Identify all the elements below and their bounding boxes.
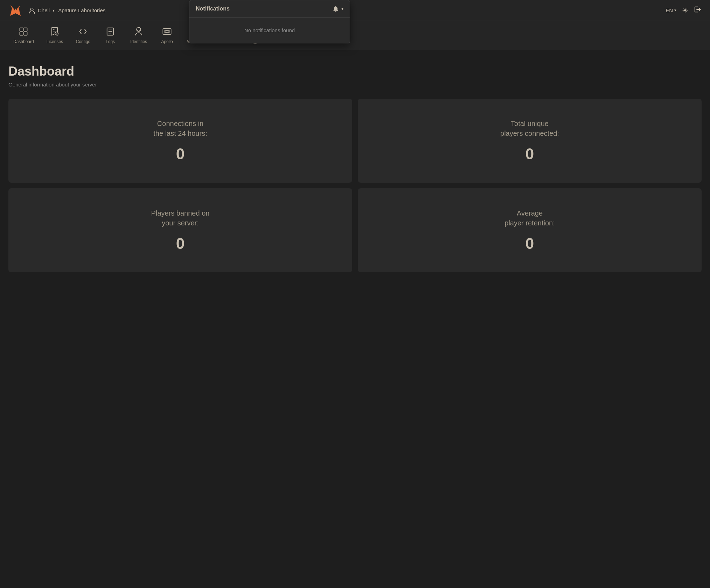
language-selector[interactable]: EN ▾ (666, 7, 676, 13)
banned-players-value: 0 (176, 235, 185, 252)
nav-label-identities: Identities (130, 39, 147, 44)
bell-chevron-icon: ▾ (341, 6, 343, 11)
page-title: Dashboard (8, 64, 702, 79)
nav-label-apollo: Apollo (161, 39, 173, 44)
language-label: EN (666, 7, 673, 13)
svg-point-11 (166, 30, 168, 33)
svg-rect-10 (163, 29, 171, 34)
unique-players-card: Total uniqueplayers connected: 0 (358, 99, 702, 183)
notifications-header: Notifications ▾ (189, 0, 350, 18)
nav-item-logs[interactable]: Logs (98, 24, 123, 47)
svg-rect-6 (20, 32, 23, 35)
unique-players-label: Total uniqueplayers connected: (500, 119, 559, 138)
unique-players-value: 0 (525, 145, 534, 163)
configs-icon (78, 27, 88, 38)
org-label: Apature Laboritories (58, 7, 105, 13)
svg-rect-15 (169, 32, 170, 33)
svg-rect-13 (169, 30, 170, 31)
user-menu[interactable]: Chell (28, 7, 50, 14)
apollo-icon (162, 27, 172, 38)
licenses-icon (50, 27, 60, 38)
dashboard-icon (19, 27, 28, 38)
main-content: Dashboard General information about your… (0, 50, 710, 281)
connections-value: 0 (176, 145, 185, 163)
svg-rect-12 (164, 30, 166, 31)
nav-item-licenses[interactable]: Licenses (42, 24, 68, 47)
sun-icon: ☀ (682, 7, 688, 14)
banned-players-card: Players banned onyour server: 0 (8, 188, 352, 272)
svg-rect-5 (24, 28, 27, 31)
chevron-icon: ▾ (53, 8, 55, 13)
lang-chevron-icon: ▾ (674, 8, 676, 13)
org-menu[interactable]: ▾ Apature Laboritories (53, 7, 105, 13)
nav-item-dashboard[interactable]: Dashboard (8, 24, 39, 47)
page-subtitle: General information about your server (8, 82, 702, 88)
theme-toggle-button[interactable]: ☀ (682, 6, 688, 15)
header: Chell ▾ Apature Laboritories Notificatio… (0, 0, 710, 21)
app-logo[interactable] (8, 4, 22, 18)
nav-item-identities[interactable]: Identities (125, 24, 152, 47)
notifications-dropdown: Notifications ▾ No notifications found (189, 0, 350, 43)
identities-icon (134, 27, 144, 38)
player-retention-label: Averageplayer retention: (504, 208, 555, 228)
svg-rect-7 (24, 32, 27, 35)
nav-label-dashboard: Dashboard (13, 39, 34, 44)
nav-label-licenses: Licenses (47, 39, 63, 44)
svg-marker-0 (10, 7, 21, 16)
notifications-title: Notifications (196, 6, 230, 12)
player-retention-value: 0 (525, 235, 534, 252)
dashboard-cards: Connections inthe last 24 hours: 0 Total… (8, 99, 702, 272)
logs-icon (105, 27, 115, 38)
nav-item-configs[interactable]: Configs (71, 24, 95, 47)
nav-bar: Dashboard Licenses Configs (0, 21, 710, 50)
header-controls: EN ▾ ☀ (666, 6, 702, 15)
connections-label: Connections inthe last 24 hours: (153, 119, 207, 138)
svg-rect-4 (20, 28, 23, 31)
notifications-empty-message: No notifications found (189, 18, 350, 43)
connections-card: Connections inthe last 24 hours: 0 (8, 99, 352, 183)
nav-label-configs: Configs (76, 39, 90, 44)
user-label: Chell (38, 7, 50, 13)
nav-item-apollo[interactable]: Apollo (155, 24, 179, 47)
logout-button[interactable] (694, 6, 702, 15)
notifications-bell-button[interactable]: ▾ (332, 5, 343, 12)
svg-rect-14 (164, 32, 166, 33)
banned-players-label: Players banned onyour server: (151, 208, 210, 228)
player-retention-card: Averageplayer retention: 0 (358, 188, 702, 272)
svg-point-3 (30, 8, 33, 11)
nav-label-logs: Logs (106, 39, 115, 44)
